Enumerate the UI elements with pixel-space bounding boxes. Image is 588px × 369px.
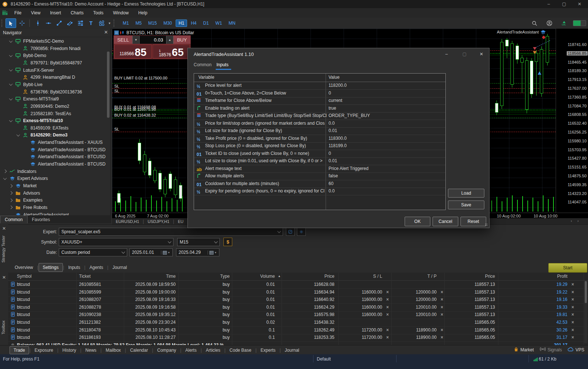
remove-sl-icon[interactable]: ×	[386, 327, 389, 333]
input-row-stop-loss-price-0-disabled-ignored-for-c[interactable]: ½Stop Loss price (0 = disabled, ignored …	[194, 142, 445, 150]
close-position-icon[interactable]: ×	[571, 320, 574, 325]
volume-input[interactable]: 0.03	[140, 36, 166, 44]
period-select[interactable]: M15	[177, 238, 220, 246]
input-value[interactable]: 0.01	[329, 128, 337, 133]
buy-price-display[interactable]: 118576 65	[153, 45, 190, 58]
tree-item-exness-mt5trial9[interactable]: Exness-MT5Trial9	[0, 95, 110, 103]
toolbox-market-button[interactable]: Market	[514, 347, 534, 353]
dialog-tab-inputs[interactable]: Inputs	[216, 62, 229, 67]
close-position-icon[interactable]: ×	[571, 327, 574, 333]
input-row-timeframe-for-close-above-below[interactable]: Timeframe for Close Above/Belowcurrent	[194, 97, 445, 105]
tree-item-alertandtradeassistant-btcusd[interactable]: AlertandTradeAssistant - BTCUSD	[0, 146, 110, 153]
chevron-closed-icon[interactable]	[3, 170, 7, 173]
chevron-open-icon[interactable]	[9, 97, 13, 100]
trade-row-261186193[interactable]: btcusd2611861932025.08.10 11:28:27buy0.1…	[8, 334, 588, 342]
tree-item-advisors[interactable]: Advisors	[0, 189, 110, 197]
remove-sl-icon[interactable]: ×	[386, 335, 389, 340]
close-position-icon[interactable]: ×	[571, 305, 574, 310]
toolbox-tab-calendar[interactable]: Calendar	[126, 347, 152, 354]
chart-tab-eurusd-h1[interactable]: EURUSD,H1	[112, 219, 143, 224]
tree-item-6736766-bybit200136736[interactable]: 6736766: Bybit200136736	[0, 88, 110, 96]
text-tool-button[interactable]: T	[86, 19, 96, 28]
column-header-price[interactable]: Price	[325, 274, 334, 279]
menu-tools[interactable]: Tools	[89, 10, 108, 15]
close-position-icon[interactable]: ×	[571, 312, 574, 317]
trade-row-261180478[interactable]: btcusd2611804782025.08.10 10:45:43buy0.1…	[8, 326, 588, 334]
status-profile[interactable]: Default	[317, 356, 331, 362]
tree-item-indicators[interactable]: Indicators	[0, 168, 110, 175]
tree-item-fpmarketssc-demo[interactable]: FPMarketsSC-Demo	[0, 38, 110, 45]
trade-row-261088207[interactable]: btcusd2610882072025.08.09 19:16:33buy0.0…	[8, 296, 588, 304]
shapes-tool-button[interactable]	[97, 19, 107, 28]
column-header-s-l[interactable]: S / L	[373, 274, 382, 279]
navigator-close-icon[interactable]: ✕	[104, 29, 108, 35]
toolbox-tab-code-base[interactable]: Code Base	[226, 347, 255, 354]
remove-sl-icon[interactable]: ×	[386, 312, 389, 317]
reset-button[interactable]: Reset	[460, 217, 486, 226]
timeframe-m30[interactable]: M30	[161, 19, 175, 27]
tree-item-free-robots[interactable]: Free Robots	[0, 204, 110, 211]
menu-file[interactable]: File	[10, 10, 26, 15]
symbol-select[interactable]: XAUUSD+	[59, 238, 173, 246]
chevron-closed-icon[interactable]	[9, 206, 13, 209]
toolbox-tab-trade[interactable]: Trade	[10, 346, 29, 354]
tree-item-alertandtradeassistant-btcusd[interactable]: AlertandTradeAssistant - BTCUSD	[0, 160, 110, 168]
sell-price-display[interactable]: 118566 85	[114, 45, 152, 58]
input-row-ticket-id-to-close-used-only-with-close-[interactable]: 01Ticket ID to close (used only with Clo…	[194, 150, 445, 158]
input-value[interactable]: 0.0	[329, 121, 335, 126]
input-row-price-for-limit-stop-orders-ignored-for-[interactable]: ½Price for limit/stop orders (ignored fo…	[194, 120, 445, 128]
chevron-closed-icon[interactable]	[9, 184, 13, 188]
tree-item-81426290-demo3[interactable]: 81426290: Demo3	[0, 131, 110, 139]
column-header-profit[interactable]: Profit	[557, 274, 567, 279]
column-header-price[interactable]: Price	[485, 274, 495, 279]
tree-item-7090856-freedom-nnadi[interactable]: 7090856: Freedom Nnadi	[0, 45, 110, 52]
tester-tab-agents[interactable]: Agents	[86, 263, 107, 272]
input-row-alert-message-text[interactable]: abAlert message textPrice Alert Triggere…	[194, 165, 445, 173]
dialog-maximize-icon[interactable]: ▢	[461, 51, 468, 57]
toolbox-tab-journal[interactable]: Journal	[281, 347, 303, 354]
search-icon[interactable]	[530, 19, 539, 28]
tester-tab-inputs[interactable]: Inputs	[65, 263, 84, 272]
navigator-scrollbar[interactable]	[107, 52, 110, 118]
input-value[interactable]: 0.0	[329, 188, 335, 194]
expert-select[interactable]: Spread_scalper.ex5	[59, 228, 283, 236]
close-position-icon[interactable]: ×	[571, 290, 574, 295]
chevron-open-icon[interactable]	[9, 53, 13, 57]
toolbox-tab-articles[interactable]: Articles	[202, 347, 224, 354]
toolbar-grip-2[interactable]	[114, 19, 116, 27]
close-position-icon[interactable]: ×	[571, 335, 574, 340]
input-row-enable-trading-on-alert[interactable]: Enable trading on alerttrue	[194, 104, 445, 113]
menu-view[interactable]: View	[26, 10, 45, 15]
toolbox-tab-exposure[interactable]: Exposure	[31, 347, 57, 354]
column-header-t-p[interactable]: T / P	[427, 274, 437, 279]
chevron-open-icon[interactable]	[9, 118, 13, 122]
load-button[interactable]: Load	[448, 189, 484, 198]
chevron-open-icon[interactable]	[3, 176, 7, 180]
status-traffic[interactable]: 61 / 2 Kb	[539, 356, 556, 362]
remove-sl-icon[interactable]: ×	[386, 297, 389, 302]
tester-close-icon[interactable]: ✕	[2, 226, 6, 231]
column-header-time[interactable]: Time	[166, 274, 176, 279]
close-position-icon[interactable]: ×	[571, 282, 574, 287]
tree-item-alertandtradeassistant[interactable]: AlertandTradeAssistant	[0, 211, 110, 215]
tree-item-expert-advisors[interactable]: Expert Advisors	[0, 175, 110, 182]
date-mode-select[interactable]: Custom period	[59, 248, 127, 256]
input-value[interactable]: current	[329, 98, 342, 103]
navigator-tab-common[interactable]: Common	[0, 216, 28, 223]
trade-table-header[interactable]: SymbolTicketTimeTypeVolume▲PriceS / LT /…	[8, 273, 588, 281]
trade-table-scrollbar[interactable]	[584, 281, 587, 343]
start-button[interactable]: Start	[548, 263, 587, 273]
close-position-icon[interactable]: ×	[571, 297, 574, 302]
trade-row-261090238[interactable]: btcusd2610902382025.08.09 19:35:12buy0.0…	[8, 311, 588, 319]
symbol-properties-button[interactable]: $	[223, 238, 232, 246]
tree-item-8797971-bybit165848797[interactable]: 8797971: Bybit165848797	[0, 59, 110, 67]
remove-sl-icon[interactable]: ×	[386, 290, 389, 295]
trendline-tool-button[interactable]	[54, 19, 64, 28]
timeframe-d1[interactable]: D1	[200, 19, 212, 27]
dialog-minimize-icon[interactable]: –	[443, 51, 450, 57]
input-row-trade-type-buy-sell-buy-limit-sell-limit[interactable]: Trade type (Buy/Sell/Buy Limit/Sell Limi…	[194, 112, 445, 120]
toolbox-tab-alerts[interactable]: Alerts	[182, 347, 200, 354]
trade-row-261085599[interactable]: btcusd2610855992025.08.09 19:00:00buy0.0…	[8, 288, 588, 297]
input-value[interactable]: 0	[329, 151, 331, 156]
tree-item-exness-mt5trial10[interactable]: Exness-MT5Trial10	[0, 117, 110, 124]
